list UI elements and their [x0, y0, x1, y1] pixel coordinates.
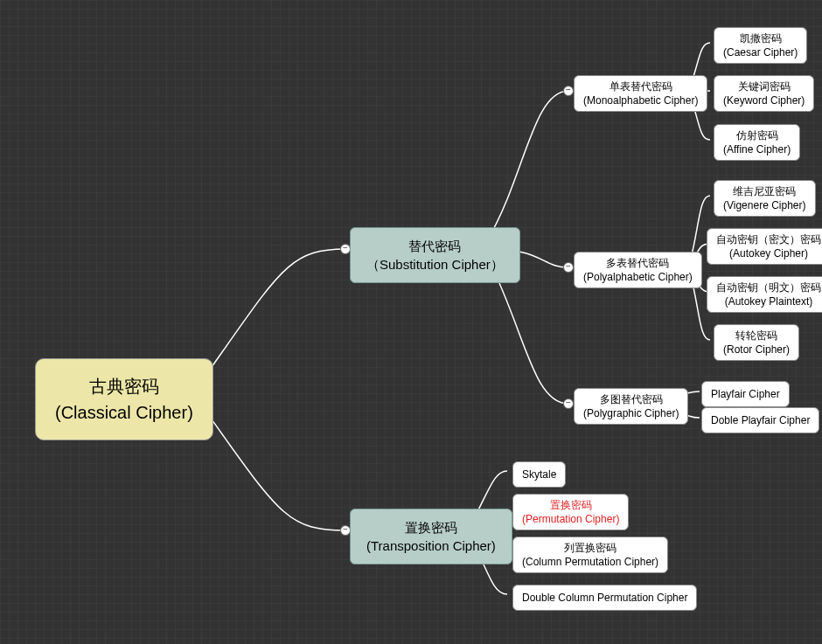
node-mono-zh: 单表替代密码 [610, 80, 672, 93]
leaf-rotor[interactable]: 转轮密码 (Rotor Cipher) [714, 324, 799, 361]
leaf-autokey[interactable]: 自动密钥（密文）密码 (Autokey Cipher) [707, 228, 822, 265]
leaf-affine[interactable]: 仿射密码 (Affine Cipher) [714, 124, 800, 161]
leaf-rotor-en: (Rotor Cipher) [723, 343, 790, 357]
node-polyalphabetic[interactable]: 多表替代密码 (Polyalphabetic Cipher) [574, 252, 702, 288]
leaf-autokey-zh: 自动密钥（密文）密码 [716, 233, 821, 246]
leaf-vigenere-en: (Vigenere Cipher) [723, 198, 806, 212]
node-mono-en: (Monoalphabetic Cipher) [583, 93, 698, 107]
leaf-playfair-text: Playfair Cipher [711, 388, 780, 400]
leaf-autokey-en: (Autokey Cipher) [716, 246, 821, 260]
leaf-autokey-plain-en: (Autokey Plaintext) [716, 294, 821, 308]
toggle-graphic[interactable] [563, 398, 574, 409]
node-poly-en: (Polyalphabetic Cipher) [583, 270, 693, 284]
leaf-vigenere-zh: 维吉尼亚密码 [733, 185, 796, 197]
branch-substitution[interactable]: 替代密码 （Substitution Cipher） [350, 227, 520, 283]
branch-transposition[interactable]: 置换密码 (Transposition Cipher) [350, 509, 512, 564]
leaf-doble-playfair-text: Doble Playfair Cipher [711, 414, 810, 426]
leaf-permutation[interactable]: 置换密码 (Permutation Cipher) [512, 494, 629, 530]
node-monoalphabetic[interactable]: 单表替代密码 (Monoalphabetic Cipher) [574, 75, 707, 112]
leaf-autokey-plain[interactable]: 自动密钥（明文）密码 (Autokey Plaintext) [707, 276, 822, 313]
leaf-skytale-text: Skytale [522, 468, 556, 481]
node-graphic-zh: 多图替代密码 [600, 393, 663, 405]
toggle-poly[interactable] [563, 262, 574, 273]
node-graphic-en: (Polygraphic Cipher) [583, 406, 679, 420]
leaf-playfair[interactable]: Playfair Cipher [701, 381, 790, 407]
leaf-caesar[interactable]: 凯撒密码 (Caesar Cipher) [714, 27, 807, 64]
leaf-vigenere[interactable]: 维吉尼亚密码 (Vigenere Cipher) [714, 180, 816, 217]
leaf-skytale[interactable]: Skytale [512, 461, 566, 488]
branch-substitution-en: （Substitution Cipher） [366, 255, 504, 274]
leaf-double-column[interactable]: Double Column Permutation Cipher [512, 585, 697, 611]
leaf-affine-zh: 仿射密码 [736, 129, 778, 142]
branch-substitution-zh: 替代密码 [408, 239, 461, 253]
root-node[interactable]: 古典密码 (Classical Cipher) [35, 358, 213, 440]
leaf-column-perm-en: (Column Permutation Cipher) [522, 555, 658, 569]
leaf-keyword[interactable]: 关键词密码 (Keyword Cipher) [714, 75, 814, 112]
node-polygraphic[interactable]: 多图替代密码 (Polygraphic Cipher) [574, 388, 688, 425]
leaf-affine-en: (Affine Cipher) [723, 142, 791, 156]
leaf-autokey-plain-zh: 自动密钥（明文）密码 [716, 281, 821, 294]
root-title-zh: 古典密码 [89, 377, 159, 396]
leaf-column-perm-zh: 列置换密码 [564, 542, 616, 554]
node-poly-zh: 多表替代密码 [606, 257, 669, 269]
branch-transposition-zh: 置换密码 [405, 520, 457, 535]
leaf-rotor-zh: 转轮密码 [735, 329, 777, 342]
leaf-doble-playfair[interactable]: Doble Playfair Cipher [701, 407, 819, 433]
leaf-keyword-en: (Keyword Cipher) [723, 93, 805, 107]
leaf-keyword-zh: 关键词密码 [738, 80, 791, 93]
branch-transposition-en: (Transposition Cipher) [366, 537, 496, 555]
leaf-column-permutation[interactable]: 列置换密码 (Column Permutation Cipher) [512, 537, 668, 573]
root-title-en: (Classical Cipher) [55, 399, 193, 426]
leaf-caesar-en: (Caesar Cipher) [723, 45, 798, 59]
leaf-permutation-zh: 置换密码 [550, 499, 592, 511]
leaf-caesar-zh: 凯撒密码 [740, 32, 782, 45]
leaf-double-column-text: Double Column Permutation Cipher [522, 592, 687, 604]
toggle-mono[interactable] [563, 86, 574, 96]
leaf-permutation-en: (Permutation Cipher) [522, 512, 619, 526]
